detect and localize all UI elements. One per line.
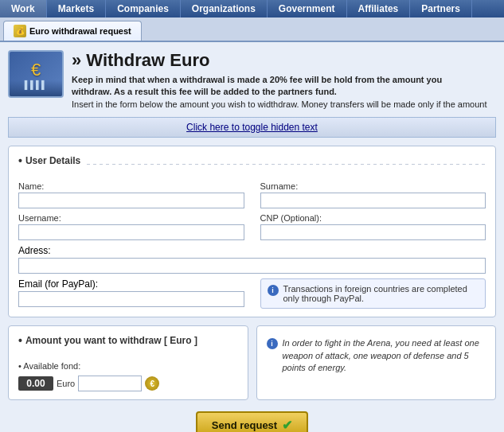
section-divider <box>87 164 486 165</box>
amount-title: Amount you want to withdraw [ Euro ] <box>18 334 197 347</box>
username-group: Username: <box>18 213 244 240</box>
surname-input[interactable] <box>260 193 486 208</box>
nav-companies[interactable]: Companies <box>106 0 181 18</box>
send-button-row: Send request ✔ <box>8 411 496 432</box>
send-button-label: Send request <box>212 419 277 431</box>
name-input[interactable] <box>18 193 244 208</box>
user-details-title: User Details <box>18 154 80 167</box>
email-input[interactable] <box>18 291 244 307</box>
header-text: Withdraw Euro Keep in mind that when a w… <box>72 50 487 111</box>
cnp-label: CNP (Optional): <box>260 213 486 223</box>
nav-markets[interactable]: Markets <box>47 0 106 18</box>
paypal-info-text: Transactions in foreign countries are co… <box>283 284 479 303</box>
toggle-bar[interactable]: Click here to toggle hidden text <box>8 117 496 138</box>
email-row: Email (for PayPal): i Transactions in fo… <box>18 278 486 309</box>
username-input[interactable] <box>18 224 244 240</box>
arena-info: i In order to fight in the Arena, you ne… <box>267 337 486 374</box>
name-label: Name: <box>18 181 244 191</box>
tab-withdrawal[interactable]: 💰 Euro withdrawal request <box>3 21 142 41</box>
tab-bar: 💰 Euro withdrawal request <box>0 18 504 42</box>
available-row: • Available fond: <box>18 361 238 371</box>
email-label: Email (for PayPal): <box>18 278 244 290</box>
email-group: Email (for PayPal): <box>18 278 244 307</box>
title-row: User Details <box>18 154 486 173</box>
nav-affiliates[interactable]: Affiliates <box>347 0 411 18</box>
cnp-group: CNP (Optional): <box>260 213 486 240</box>
user-details-panel: User Details Name: Surname: Username: CN… <box>8 146 496 317</box>
nav-organizations[interactable]: Organizations <box>181 0 268 18</box>
top-nav: Work Markets Companies Organizations Gov… <box>0 0 504 18</box>
header-section: € ▌▌▌▌ Withdraw Euro Keep in mind that w… <box>8 50 496 111</box>
available-label: • Available fond: <box>18 361 80 371</box>
euro-coin-icon: € <box>145 376 159 391</box>
nav-government[interactable]: Government <box>268 0 347 18</box>
arena-info-text: In order to fight in the Arena, you need… <box>283 337 486 374</box>
cnp-input[interactable] <box>260 224 486 240</box>
username-label: Username: <box>18 213 244 223</box>
header-icon: € ▌▌▌▌ <box>8 50 64 98</box>
tab-label: Euro withdrawal request <box>29 26 131 36</box>
available-value: 0.00 <box>18 376 53 391</box>
header-desc: Keep in mind that when a withdrawal is m… <box>72 74 487 111</box>
address-label: Adress: <box>18 245 486 256</box>
tab-icon: 💰 <box>14 25 26 37</box>
name-group: Name: <box>18 181 244 208</box>
arena-info-icon: i <box>267 338 278 349</box>
bottom-panels: Amount you want to withdraw [ Euro ] • A… <box>8 325 496 400</box>
paypal-info-box: i Transactions in foreign countries are … <box>260 278 486 309</box>
page-title: Withdraw Euro <box>72 50 487 71</box>
amount-input-row: 0.00 Euro € <box>18 376 238 391</box>
bars-icon: ▌▌▌▌ <box>25 80 47 89</box>
check-icon: ✔ <box>282 418 292 432</box>
send-request-button[interactable]: Send request ✔ <box>196 411 308 432</box>
form-grid: Name: Surname: Username: CNP (Optional):… <box>18 181 486 274</box>
nav-partners[interactable]: Partners <box>410 0 472 18</box>
amount-title-row: Amount you want to withdraw [ Euro ] <box>18 334 238 353</box>
nav-work[interactable]: Work <box>0 0 47 18</box>
surname-group: Surname: <box>260 181 486 208</box>
surname-label: Surname: <box>260 181 486 191</box>
address-input[interactable] <box>18 258 486 274</box>
coin-icon: € <box>31 60 41 80</box>
info-icon: i <box>268 285 279 296</box>
address-group: Adress: <box>18 245 486 274</box>
euro-label: Euro <box>57 379 75 388</box>
amount-panel: Amount you want to withdraw [ Euro ] • A… <box>8 325 248 400</box>
arena-panel: i In order to fight in the Arena, you ne… <box>256 325 497 400</box>
main-content: € ▌▌▌▌ Withdraw Euro Keep in mind that w… <box>0 42 504 432</box>
withdrawal-amount-input[interactable] <box>78 376 142 391</box>
